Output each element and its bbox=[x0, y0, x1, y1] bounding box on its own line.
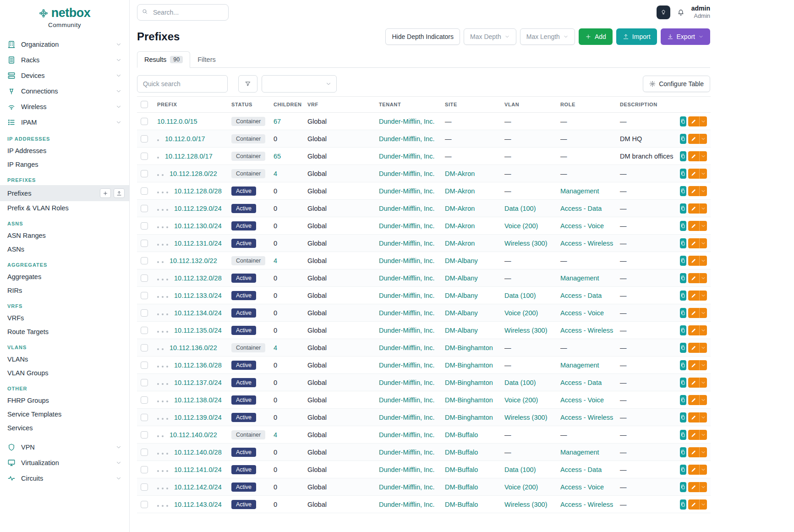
edit-dropdown-button[interactable] bbox=[699, 395, 707, 405]
select-all-checkbox[interactable] bbox=[141, 101, 148, 108]
role-link[interactable]: Access - Voice bbox=[560, 309, 604, 317]
row-checkbox[interactable] bbox=[141, 187, 148, 195]
column-header-vlan[interactable]: VLAN bbox=[501, 97, 557, 113]
sidebar-item-vpn[interactable]: VPN bbox=[0, 439, 129, 455]
column-header-status[interactable]: STATUS bbox=[228, 97, 270, 113]
tenant-link[interactable]: Dunder-Mifflin, Inc. bbox=[379, 309, 434, 317]
prefix-link[interactable]: 10.112.0.0/15 bbox=[157, 118, 197, 125]
children-link[interactable]: 4 bbox=[274, 170, 277, 177]
prefix-link[interactable]: 10.112.128.0/22 bbox=[170, 170, 217, 177]
tenant-link[interactable]: Dunder-Mifflin, Inc. bbox=[379, 483, 434, 491]
sidebar-add-button[interactable] bbox=[100, 188, 111, 198]
sidebar-item-connections[interactable]: Connections bbox=[0, 83, 129, 99]
vlan-link[interactable]: Voice (200) bbox=[504, 222, 538, 230]
prefix-link[interactable]: 10.112.128.0/17 bbox=[165, 153, 213, 160]
tenant-link[interactable]: Dunder-Mifflin, Inc. bbox=[379, 222, 434, 230]
vlan-link[interactable]: Voice (200) bbox=[504, 396, 538, 404]
copy-button[interactable] bbox=[680, 412, 686, 422]
sidebar-item-rirs[interactable]: RIRs bbox=[0, 284, 129, 297]
max-length-dropdown[interactable]: Max Length bbox=[520, 28, 575, 45]
copy-button[interactable] bbox=[680, 499, 686, 510]
edit-button[interactable] bbox=[688, 291, 699, 301]
tab-results[interactable]: Results 90 bbox=[137, 51, 190, 68]
prefix-link[interactable]: 10.112.128.0/28 bbox=[174, 187, 222, 195]
prefix-link[interactable]: 10.112.138.0/24 bbox=[174, 396, 222, 404]
edit-dropdown-button[interactable] bbox=[699, 238, 707, 248]
edit-button[interactable] bbox=[688, 412, 699, 422]
copy-button[interactable] bbox=[680, 395, 686, 405]
theme-toggle-button[interactable] bbox=[657, 5, 670, 19]
role-link[interactable]: Access - Data bbox=[560, 205, 602, 212]
tenant-link[interactable]: Dunder-Mifflin, Inc. bbox=[379, 327, 434, 334]
prefix-link[interactable]: 10.112.133.0/24 bbox=[174, 292, 222, 299]
site-link[interactable]: DM-Buffalo bbox=[445, 501, 478, 508]
prefix-link[interactable]: 10.112.142.0/24 bbox=[174, 483, 222, 491]
sidebar-item-service-templates[interactable]: Service Templates bbox=[0, 407, 129, 421]
prefix-link[interactable]: 10.112.143.0/24 bbox=[174, 501, 222, 508]
copy-button[interactable] bbox=[680, 308, 686, 318]
edit-dropdown-button[interactable] bbox=[699, 447, 707, 457]
copy-button[interactable] bbox=[680, 134, 686, 144]
sidebar-item-ipam[interactable]: IPAM bbox=[0, 115, 129, 130]
row-checkbox[interactable] bbox=[141, 396, 148, 404]
edit-dropdown-button[interactable] bbox=[699, 273, 707, 283]
sidebar-item-services[interactable]: Services bbox=[0, 421, 129, 435]
copy-button[interactable] bbox=[680, 238, 686, 248]
tenant-link[interactable]: Dunder-Mifflin, Inc. bbox=[379, 396, 434, 404]
site-link[interactable]: DM-Akron bbox=[445, 222, 475, 230]
row-checkbox[interactable] bbox=[141, 240, 148, 247]
row-checkbox[interactable] bbox=[141, 431, 148, 439]
column-header-prefix[interactable]: PREFIX bbox=[153, 97, 228, 113]
copy-button[interactable] bbox=[680, 273, 686, 283]
site-link[interactable]: DM-Albany bbox=[445, 292, 478, 299]
sidebar-item-racks[interactable]: Racks bbox=[0, 52, 129, 68]
copy-button[interactable] bbox=[680, 447, 686, 457]
tenant-link[interactable]: Dunder-Mifflin, Inc. bbox=[379, 240, 434, 247]
edit-dropdown-button[interactable] bbox=[699, 151, 707, 161]
copy-button[interactable] bbox=[680, 116, 686, 126]
sidebar-item-ip-ranges[interactable]: IP Ranges bbox=[0, 158, 129, 171]
sidebar-item-vrfs[interactable]: VRFs bbox=[0, 311, 129, 325]
row-checkbox[interactable] bbox=[141, 362, 148, 369]
vlan-link[interactable]: Wireless (300) bbox=[504, 501, 547, 508]
tenant-link[interactable]: Dunder-Mifflin, Inc. bbox=[379, 414, 434, 421]
tenant-link[interactable]: Dunder-Mifflin, Inc. bbox=[379, 257, 434, 264]
notifications-button[interactable] bbox=[677, 8, 685, 16]
edit-dropdown-button[interactable] bbox=[699, 430, 707, 440]
copy-button[interactable] bbox=[680, 256, 686, 266]
site-link[interactable]: DM-Akron bbox=[445, 170, 475, 177]
row-checkbox[interactable] bbox=[141, 257, 148, 264]
edit-button[interactable] bbox=[688, 134, 699, 144]
sidebar-item-wireless[interactable]: Wireless bbox=[0, 99, 129, 115]
user-menu[interactable]: admin Admin bbox=[691, 5, 710, 20]
prefix-link[interactable]: 10.112.135.0/24 bbox=[174, 327, 222, 334]
role-link[interactable]: Management bbox=[560, 187, 599, 195]
row-checkbox[interactable] bbox=[141, 501, 148, 508]
sidebar-import-button[interactable] bbox=[114, 188, 125, 198]
row-checkbox[interactable] bbox=[141, 414, 148, 421]
edit-dropdown-button[interactable] bbox=[699, 465, 707, 475]
edit-button[interactable] bbox=[688, 221, 699, 231]
site-link[interactable]: DM-Akron bbox=[445, 205, 475, 212]
edit-dropdown-button[interactable] bbox=[699, 291, 707, 301]
edit-dropdown-button[interactable] bbox=[699, 343, 707, 353]
row-checkbox[interactable] bbox=[141, 222, 148, 230]
filter-button[interactable] bbox=[238, 75, 257, 93]
sidebar-item-fhrp-groups[interactable]: FHRP Groups bbox=[0, 394, 129, 407]
site-link[interactable]: DM-Binghamton bbox=[445, 379, 493, 386]
copy-button[interactable] bbox=[680, 203, 686, 214]
sidebar-item-prefixes[interactable]: Prefixes bbox=[0, 185, 129, 201]
edit-button[interactable] bbox=[688, 482, 699, 492]
tenant-link[interactable]: Dunder-Mifflin, Inc. bbox=[379, 344, 434, 351]
tenant-link[interactable]: Dunder-Mifflin, Inc. bbox=[379, 187, 434, 195]
children-link[interactable]: 4 bbox=[274, 257, 277, 264]
edit-button[interactable] bbox=[688, 343, 699, 353]
copy-button[interactable] bbox=[680, 169, 686, 179]
copy-button[interactable] bbox=[680, 151, 686, 161]
site-link[interactable]: DM-Akron bbox=[445, 187, 475, 195]
row-checkbox[interactable] bbox=[141, 466, 148, 473]
copy-button[interactable] bbox=[680, 378, 686, 388]
edit-button[interactable] bbox=[688, 465, 699, 475]
children-link[interactable]: 4 bbox=[274, 431, 277, 439]
edit-dropdown-button[interactable] bbox=[699, 378, 707, 388]
